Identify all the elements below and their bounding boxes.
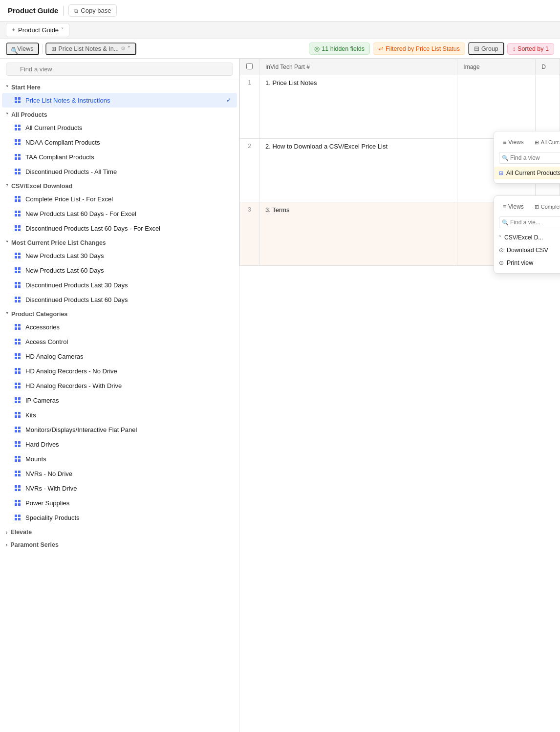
sidebar-item-ndaa[interactable]: NDAA Compliant Products (2, 135, 237, 150)
sidebar-item-hd-analog-recorders-with-drive[interactable]: HD Analog Recorders - With Drive (2, 378, 237, 393)
sidebar-item-label: Mounts (25, 455, 46, 463)
svg-rect-46 (15, 300, 17, 302)
print-icon: ⊙ (499, 259, 504, 266)
sidebar-item-kits[interactable]: Kits (2, 408, 237, 422)
svg-rect-20 (15, 196, 17, 198)
sidebar-item-price-list-notes[interactable]: Price List Notes & Instructions ✓ (2, 93, 237, 108)
row-part-name[interactable]: 3. Terms (259, 202, 457, 266)
copy-icon: ⧉ (74, 7, 78, 14)
svg-rect-15 (18, 157, 21, 160)
chevron-down-icon[interactable]: ˅ (128, 45, 130, 52)
sidebar-item-nvrs-with-drive[interactable]: NVRs - With Drive (2, 481, 237, 495)
sidebar-item-discontinued-60-days[interactable]: Discontinued Products Last 60 Days (2, 292, 237, 307)
chevron-down-icon[interactable]: ˅ (61, 27, 64, 33)
popover-item-all-current-products[interactable]: ⊞ All Current Products (494, 167, 560, 179)
most-current-header[interactable]: ˅ Most Current Price List Changes (0, 236, 239, 248)
svg-rect-47 (18, 300, 21, 302)
paramont-header[interactable]: › Paramont Series (0, 538, 239, 550)
svg-rect-42 (15, 285, 17, 288)
grid-view-icon: ⊞ (51, 45, 56, 52)
eye-icon: ◎ (314, 45, 320, 52)
select-all-checkbox[interactable] (246, 63, 253, 69)
sidebar-item-speciality-products[interactable]: Speciality Products (2, 510, 237, 525)
title-divider (63, 6, 64, 16)
grid-icon (14, 210, 22, 217)
view-name-button[interactable]: ⊞ Price List Notes & In... ⚙ ˅ (45, 43, 136, 55)
sidebar-item-new-30-days[interactable]: New Products Last 30 Days (2, 248, 237, 263)
main-layout: 🔍 ˅ Start Here Price List Notes & Instru… (0, 59, 560, 732)
sidebar-item-new-60-days[interactable]: New Products Last 60 Days (2, 263, 237, 278)
grid-icon (14, 124, 22, 131)
popover-item-csv-excel[interactable]: ˅ CSV/Excel D... (494, 231, 560, 244)
grid-icon (14, 382, 22, 389)
tab-bar: ✦ Product Guide ˅ (0, 22, 560, 39)
grid-icon (14, 323, 22, 331)
categories-header[interactable]: ˅ Product Categories (0, 307, 239, 320)
sidebar-item-accessories[interactable]: Accessories (2, 320, 237, 334)
popover-tab-views-1[interactable]: ≡ Views (499, 137, 528, 147)
all-products-header[interactable]: ˅ All Products (0, 108, 239, 120)
col-d[interactable]: D (536, 59, 560, 75)
sort-button[interactable]: ↕ Sorted by 1 (507, 43, 554, 55)
start-here-header[interactable]: ˅ Start Here (0, 80, 239, 93)
product-guide-tab[interactable]: ✦ Product Guide ˅ (6, 23, 69, 37)
title-bar: Product Guide ⧉ Copy base (0, 0, 560, 22)
svg-rect-63 (18, 371, 21, 374)
sidebar-item-monitors[interactable]: Monitors/Displays/Interactive Flat Panel (2, 422, 237, 437)
sidebar-item-hard-drives[interactable]: Hard Drives (2, 437, 237, 452)
sidebar-item-new-60-days-excel[interactable]: New Products Last 60 Days - For Excel (2, 206, 237, 221)
col-part-number[interactable]: InVid Tech Part # (259, 59, 457, 75)
elevate-header[interactable]: › Elevate (0, 525, 239, 538)
sidebar-section-paramont: › Paramont Series (0, 538, 239, 550)
col-image[interactable]: Image (457, 59, 536, 75)
col-checkbox[interactable] (240, 59, 259, 75)
svg-rect-67 (18, 386, 21, 388)
svg-rect-73 (18, 412, 21, 414)
svg-rect-23 (18, 199, 21, 202)
svg-rect-69 (18, 397, 21, 400)
popover-tab-all-current[interactable]: ⊞ All Curr... Pro (531, 138, 560, 147)
sidebar-item-label: Speciality Products (25, 514, 80, 521)
views-button[interactable]: ≡ Views (6, 43, 39, 55)
row-part-name[interactable]: 1. Price List Notes (259, 75, 457, 139)
sidebar-item-ip-cameras[interactable]: IP Cameras (2, 393, 237, 408)
sidebar-item-hd-analog-recorders-no-drive[interactable]: HD Analog Recorders - No Drive (2, 364, 237, 378)
grid-icon (14, 396, 22, 404)
sidebar-item-label: Kits (25, 411, 36, 419)
popover-tab-views-2[interactable]: ≡ Views (499, 202, 528, 212)
filter-button[interactable]: ⇌ Filtered by Price List Status (373, 43, 465, 55)
svg-rect-41 (18, 282, 21, 284)
copy-base-button[interactable]: ⧉ Copy base (68, 4, 116, 17)
sidebar-item-discontinued-30-days[interactable]: Discontinued Products Last 30 Days (2, 278, 237, 292)
sidebar-item-label: Discontinued Products Last 30 Days (25, 281, 128, 289)
svg-rect-52 (15, 339, 17, 341)
sidebar-item-access-control[interactable]: Access Control (2, 334, 237, 349)
svg-rect-40 (15, 282, 17, 284)
sidebar-item-discontinued-all-time[interactable]: Discontinued Products - All Time (2, 164, 237, 179)
hidden-fields-button[interactable]: ◎ 11 hidden fields (309, 43, 370, 55)
popover-item-download-csv[interactable]: ⊙ Download CSV (494, 244, 560, 257)
svg-rect-2 (15, 101, 17, 103)
sidebar-item-power-supplies[interactable]: Power Supplies (2, 495, 237, 510)
csv-header[interactable]: ˅ CSV/Excel Download (0, 179, 239, 192)
svg-rect-89 (18, 471, 21, 473)
sidebar-item-hd-analog-cameras[interactable]: HD Analog Cameras (2, 349, 237, 364)
sidebar-item-all-current-products[interactable]: All Current Products (2, 120, 237, 135)
group-button[interactable]: ⊟ Group (468, 42, 504, 55)
svg-rect-91 (18, 474, 21, 476)
sidebar-item-taa[interactable]: TAA Compliant Products (2, 150, 237, 164)
svg-rect-76 (15, 427, 17, 429)
sidebar-item-discontinued-60-days-excel[interactable]: Discontinued Products Last 60 Days - For… (2, 221, 237, 236)
svg-rect-79 (18, 430, 21, 432)
popover-item-print-view[interactable]: ⊙ Print view (494, 257, 560, 269)
sidebar-item-nvrs-no-drive[interactable]: NVRs - No Drive (2, 466, 237, 481)
sidebar-item-complete-price-list[interactable]: Complete Price List - For Excel (2, 192, 237, 206)
sidebar-search-input[interactable] (6, 63, 233, 76)
grid-icon (14, 440, 22, 448)
row-part-name[interactable]: 2. How to Download a CSV/Excel Price Lis… (259, 139, 457, 202)
popover-tab-complete-price-list[interactable]: ⊞ Complete Price Lis (531, 202, 560, 212)
svg-rect-27 (18, 214, 21, 216)
sort-icon: ↕ (513, 45, 516, 52)
views-icon: ≡ (503, 139, 506, 146)
sidebar-item-mounts[interactable]: Mounts (2, 452, 237, 466)
